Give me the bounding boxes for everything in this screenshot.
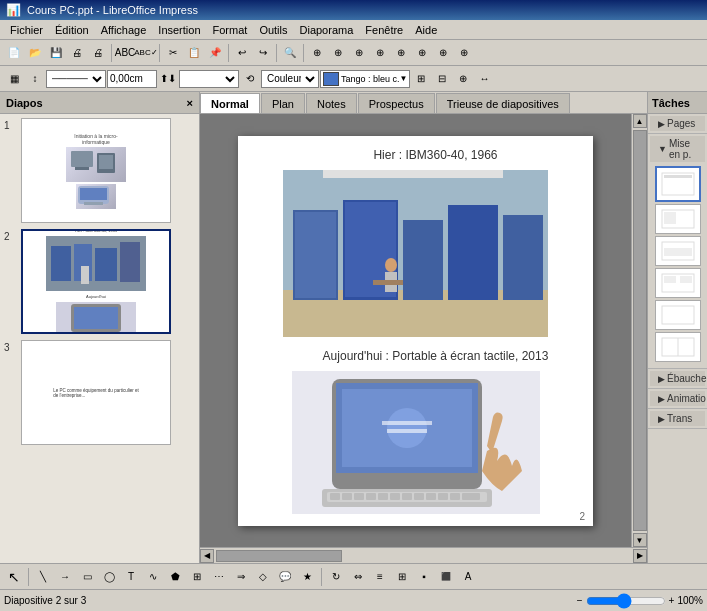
- tb2-btn6[interactable]: ⊕: [453, 69, 473, 89]
- copy-button[interactable]: 📋: [184, 43, 204, 63]
- curve-tool[interactable]: ∿: [143, 567, 163, 587]
- more-shapes-btn[interactable]: ⊞: [187, 567, 207, 587]
- tab-prospectus[interactable]: Prospectus: [358, 93, 435, 113]
- tab-notes[interactable]: Notes: [306, 93, 357, 113]
- undo-button[interactable]: ↩: [232, 43, 252, 63]
- slide-preview-2[interactable]: Hier : IBM 360-40, 1966 Aujour: [21, 229, 171, 334]
- zoom-controls[interactable]: − + 100%: [577, 595, 703, 606]
- ellipse-tool[interactable]: ◯: [99, 567, 119, 587]
- slide-thumb-1[interactable]: 1 Initiation à la micro-informatique: [4, 118, 195, 223]
- open-button[interactable]: 📂: [25, 43, 45, 63]
- tb2-btn1[interactable]: ▦: [4, 69, 24, 89]
- tab-trieuse[interactable]: Trieuse de diapositives: [436, 93, 570, 113]
- editor-vscrollbar[interactable]: ▲ ▼: [631, 114, 647, 547]
- group-tool[interactable]: ⊞: [392, 567, 412, 587]
- line-tool[interactable]: ╲: [33, 567, 53, 587]
- slide-thumb-2[interactable]: 2 Hier : IBM 360-40, 1966: [4, 229, 195, 334]
- find-button[interactable]: 🔍: [280, 43, 300, 63]
- scroll-up-btn[interactable]: ▲: [633, 114, 647, 128]
- align-tool[interactable]: ≡: [370, 567, 390, 587]
- hscroll-left-btn[interactable]: ◀: [200, 549, 214, 563]
- zoom-out-icon[interactable]: −: [577, 595, 583, 606]
- menu-diaporama[interactable]: Diaporama: [294, 22, 360, 38]
- task-group-mise-label[interactable]: ▼ Mise en p.: [650, 136, 705, 162]
- spell-button[interactable]: ABC: [115, 43, 135, 63]
- save-button[interactable]: 💾: [46, 43, 66, 63]
- font-color-btn[interactable]: A: [458, 567, 478, 587]
- svg-rect-1: [75, 167, 89, 170]
- tb2-btn7[interactable]: ↔: [474, 69, 494, 89]
- layout-thumb-3[interactable]: [655, 236, 701, 266]
- task-group-trans-label[interactable]: ▶ Trans: [650, 411, 705, 426]
- hscroll-right-btn[interactable]: ▶: [633, 549, 647, 563]
- slide-preview-1[interactable]: Initiation à la micro-informatique: [21, 118, 171, 223]
- line-style-select[interactable]: ──────: [46, 70, 106, 88]
- layout-thumb-1[interactable]: [655, 166, 701, 202]
- menu-outils[interactable]: Outils: [253, 22, 293, 38]
- flowchart-tool[interactable]: ◇: [253, 567, 273, 587]
- shadow-tool[interactable]: ▪: [414, 567, 434, 587]
- color-selector[interactable]: Tango : bleu c. ▼: [320, 70, 410, 88]
- slide-preview-3[interactable]: Le PC comme équipement du particulier et…: [21, 340, 171, 445]
- tb-more3[interactable]: ⊕: [349, 43, 369, 63]
- tb-more1[interactable]: ⊕: [307, 43, 327, 63]
- rect-tool[interactable]: ▭: [77, 567, 97, 587]
- print-button[interactable]: 🖨: [88, 43, 108, 63]
- hscroll-thumb[interactable]: [216, 550, 342, 562]
- layout-thumb-6[interactable]: [655, 332, 701, 362]
- position-input[interactable]: 0,00cm: [107, 70, 157, 88]
- layout-thumb-2[interactable]: [655, 204, 701, 234]
- layout-thumb-5[interactable]: [655, 300, 701, 330]
- tb-more4[interactable]: ⊕: [370, 43, 390, 63]
- text-tool[interactable]: T: [121, 567, 141, 587]
- tb2-btn2[interactable]: ↕: [25, 69, 45, 89]
- tb-more6[interactable]: ⊕: [412, 43, 432, 63]
- slide-thumb-3[interactable]: 3 Le PC comme équipement du particulier …: [4, 340, 195, 445]
- menu-insertion[interactable]: Insertion: [152, 22, 206, 38]
- shape-tool[interactable]: ⬟: [165, 567, 185, 587]
- redo-button[interactable]: ↪: [253, 43, 273, 63]
- rotate-tool[interactable]: ↻: [326, 567, 346, 587]
- color-mode-select[interactable]: Couleur: [261, 70, 319, 88]
- menu-aide[interactable]: Aide: [409, 22, 443, 38]
- zoom-in-icon[interactable]: +: [669, 595, 675, 606]
- position-spin[interactable]: ⬆⬇: [158, 69, 178, 89]
- unit-select[interactable]: [179, 70, 239, 88]
- spell2-button[interactable]: ABC✓: [136, 43, 156, 63]
- select-tool[interactable]: ↖: [4, 567, 24, 587]
- scroll-down-btn[interactable]: ▼: [633, 533, 647, 547]
- task-group-animation-label[interactable]: ▶ Animatio: [650, 391, 705, 406]
- star-tool[interactable]: ★: [297, 567, 317, 587]
- arrow-tool[interactable]: →: [55, 567, 75, 587]
- editor-hscrollbar[interactable]: ◀ ▶: [200, 547, 647, 563]
- flip-tool[interactable]: ⇔: [348, 567, 368, 587]
- zoom-slider[interactable]: [586, 596, 666, 606]
- new-button[interactable]: 📄: [4, 43, 24, 63]
- tb-more7[interactable]: ⊕: [433, 43, 453, 63]
- scroll-thumb[interactable]: [633, 130, 647, 531]
- cut-button[interactable]: ✂: [163, 43, 183, 63]
- layout-thumb-4[interactable]: [655, 268, 701, 298]
- menu-edition[interactable]: Édition: [49, 22, 95, 38]
- tb-more5[interactable]: ⊕: [391, 43, 411, 63]
- block-arrow-tool[interactable]: ⇒: [231, 567, 251, 587]
- pdf-button[interactable]: 🖨: [67, 43, 87, 63]
- connector-tool[interactable]: ⋯: [209, 567, 229, 587]
- slides-panel-close[interactable]: ×: [187, 97, 193, 109]
- tab-plan[interactable]: Plan: [261, 93, 305, 113]
- color-fill-btn[interactable]: ⬛: [436, 567, 456, 587]
- task-group-ebauche-label[interactable]: ▶ Ébauche: [650, 371, 705, 386]
- tb2-btn4[interactable]: ⊞: [411, 69, 431, 89]
- tb2-btn5[interactable]: ⊟: [432, 69, 452, 89]
- tb-more8[interactable]: ⊕: [454, 43, 474, 63]
- menu-fenetre[interactable]: Fenêtre: [359, 22, 409, 38]
- callout-tool[interactable]: 💬: [275, 567, 295, 587]
- tab-normal[interactable]: Normal: [200, 93, 260, 113]
- tb-more2[interactable]: ⊕: [328, 43, 348, 63]
- task-group-pages-label[interactable]: ▶ Pages: [650, 116, 705, 131]
- tb2-btn3[interactable]: ⟲: [240, 69, 260, 89]
- menu-fichier[interactable]: Fichier: [4, 22, 49, 38]
- menu-format[interactable]: Format: [207, 22, 254, 38]
- paste-button[interactable]: 📌: [205, 43, 225, 63]
- menu-affichage[interactable]: Affichage: [95, 22, 153, 38]
